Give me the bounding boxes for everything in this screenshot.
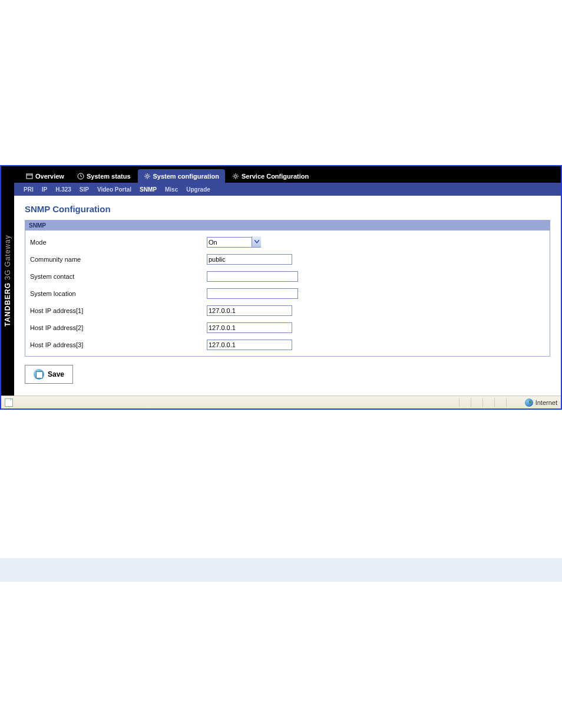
- subnav-pri[interactable]: PRI: [24, 186, 34, 193]
- row-contact: System contact: [30, 271, 545, 282]
- gear-icon: [232, 173, 239, 180]
- save-area: Save: [25, 365, 550, 384]
- community-label: Community name: [30, 256, 207, 263]
- tabs-bar: Overview System status System configurat…: [14, 166, 561, 183]
- mode-label: Mode: [30, 239, 207, 246]
- brand-subtitle: 3G Gateway: [4, 235, 12, 281]
- row-host3: Host IP address[3]: [30, 339, 545, 350]
- row-host2: Host IP address[2]: [30, 322, 545, 333]
- status-cell: [482, 398, 494, 407]
- host3-label: Host IP address[3]: [30, 341, 207, 348]
- main-area: Overview System status System configurat…: [14, 166, 561, 396]
- location-input[interactable]: [207, 288, 298, 299]
- host2-label: Host IP address[2]: [30, 324, 207, 331]
- host2-input[interactable]: [207, 322, 292, 333]
- svg-point-6: [234, 175, 237, 177]
- subnav-snmp[interactable]: SNMP: [140, 186, 157, 193]
- status-cell: [471, 398, 482, 407]
- panel-header: SNMP: [25, 220, 550, 230]
- app-window: TANDBERG 3G Gateway Overview S: [0, 165, 562, 410]
- host1-label: Host IP address[1]: [30, 307, 207, 314]
- content: SNMP Configuration SNMP Mode On: [14, 196, 561, 396]
- status-cell: [494, 398, 506, 407]
- location-label: System location: [30, 290, 207, 297]
- host1-input[interactable]: [207, 305, 292, 316]
- svg-line-4: [81, 176, 82, 177]
- mode-select[interactable]: On: [207, 237, 261, 248]
- globe-icon: [525, 398, 533, 407]
- sidebar-brand: TANDBERG 3G Gateway: [1, 166, 14, 396]
- statusbar: Internet: [1, 396, 561, 409]
- status-cell: [506, 398, 518, 407]
- subnav: PRI IP H.323 SIP Video Portal SNMP Misc …: [14, 183, 561, 196]
- contact-label: System contact: [30, 273, 207, 280]
- subnav-video-portal[interactable]: Video Portal: [97, 186, 131, 193]
- tab-system-status[interactable]: System status: [71, 169, 137, 183]
- subnav-h323[interactable]: H.323: [55, 186, 71, 193]
- subnav-ip[interactable]: IP: [42, 186, 47, 193]
- bullet-list: . . . .: [0, 475, 562, 517]
- clock-icon: [77, 173, 84, 180]
- page-icon: [5, 398, 13, 407]
- row-host1: Host IP address[1]: [30, 305, 545, 316]
- save-label: Save: [48, 370, 64, 378]
- bullet-item: .: [106, 485, 562, 496]
- row-mode: Mode On: [30, 236, 545, 248]
- svg-point-5: [146, 175, 148, 177]
- overview-icon: [26, 173, 33, 180]
- tab-label: System status: [87, 173, 131, 180]
- status-zone: Internet: [535, 399, 557, 406]
- snmp-panel: SNMP Mode On: [25, 220, 550, 357]
- bullet-item: .: [106, 496, 562, 506]
- status-right: Internet: [459, 398, 557, 407]
- tab-service-configuration[interactable]: Service Configuration: [226, 169, 315, 183]
- status-cells: [459, 398, 518, 407]
- save-button[interactable]: Save: [25, 365, 73, 384]
- svg-rect-0: [27, 174, 32, 179]
- page-wrapper: TANDBERG 3G Gateway Overview S: [0, 0, 562, 582]
- info-box: [0, 558, 562, 582]
- disk-icon: [34, 369, 44, 380]
- tab-label: Overview: [35, 173, 64, 180]
- community-input[interactable]: [207, 254, 292, 265]
- subnav-upgrade[interactable]: Upgrade: [186, 186, 210, 193]
- page-title: SNMP Configuration: [25, 204, 550, 214]
- tab-label: System configuration: [153, 173, 219, 180]
- subnav-misc[interactable]: Misc: [165, 186, 178, 193]
- status-cell: [459, 398, 471, 407]
- host3-input[interactable]: [207, 340, 292, 350]
- bullet-item: .: [106, 506, 562, 517]
- tab-overview[interactable]: Overview: [20, 169, 70, 183]
- status-left: [5, 398, 13, 407]
- panel-body: Mode On: [25, 230, 550, 356]
- brand-name: TANDBERG: [4, 282, 12, 327]
- contact-input[interactable]: [207, 271, 298, 282]
- app-body: TANDBERG 3G Gateway Overview S: [1, 166, 561, 396]
- subnav-sip[interactable]: SIP: [80, 186, 89, 193]
- tab-system-configuration[interactable]: System configuration: [138, 169, 225, 183]
- bullet-item: .: [106, 475, 562, 485]
- row-community: Community name: [30, 253, 545, 265]
- gear-icon: [144, 173, 151, 180]
- row-location: System location: [30, 288, 545, 299]
- tab-label: Service Configuration: [242, 173, 309, 180]
